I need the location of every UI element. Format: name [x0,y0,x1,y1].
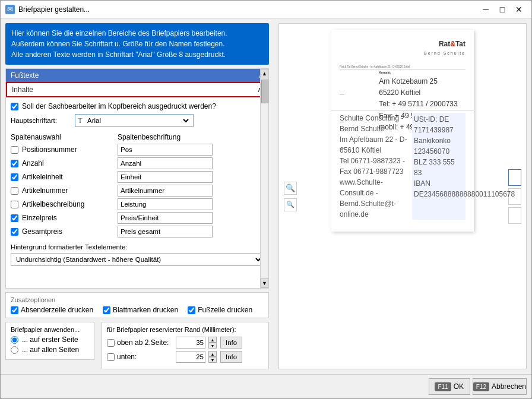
cancel-label: Abbrechen [492,382,526,391]
column-row-5: Einzelpreis [11,212,264,224]
kontakt-title: Kontakt: [379,70,466,75]
page-thumb-1[interactable] [508,169,521,186]
preview-page: Rat&Tat Bernd Schulte Rat & Tat Bernd Sc… [331,30,474,232]
inhalte-section-header[interactable]: Inhalte ∧ [6,82,268,97]
column-label-3: Artikelnummer [22,186,68,195]
main-window: ✉ Briefpapier gestalten... ─ □ ✕ Hier kö… [0,0,532,399]
footer-left-2: Im Apfelbaum 22 - D-65610 Köftiel [340,134,412,156]
zoom-out-tool[interactable]: 🔍 [284,198,297,211]
spaltenauswahl-label: Spaltenauswahl [11,133,61,141]
footer-left: Schulte Consulting - Bernd Schulte Im Ap… [340,113,412,220]
kontakt-line-3: Tel: + 49 5711 / 2000733 [379,99,466,110]
zusatzoptionen-title: Zusatzoptionen [11,296,264,303]
column-input-5[interactable] [118,212,213,224]
maximize-button[interactable]: □ [495,4,510,15]
rand-oben-input[interactable] [176,337,205,349]
rand-unten-checkbox[interactable] [107,353,115,361]
fusszeile-check-row: Fußzeile drucken [188,306,252,314]
column-check-2[interactable] [11,173,18,181]
column-label-5: Einzelpreis [22,214,57,222]
font-select-input[interactable]: Arial [85,115,191,126]
cancel-button[interactable]: F12 Abbrechen [473,378,527,395]
briefpapier-rand-row: Briefpapier anwenden... ... auf erster S… [5,322,269,369]
fusszeile-label: Fußzeile drucken [198,306,252,314]
rand-unten-label: unten: [117,353,137,361]
rand-oben-up[interactable]: ▲ [208,337,217,343]
rand-unten-input[interactable] [176,351,205,363]
rand-row-unten: unten: ▲ ▼ Info [107,351,264,363]
briefpapier-radio-all[interactable] [11,346,18,354]
footer-right: USt-ID: DE 7171439987 Bankikonko 1234560… [412,113,466,220]
column-check-0[interactable] [11,146,18,154]
minimize-button[interactable]: ─ [478,4,493,15]
column-input-4[interactable] [118,198,213,210]
info-line2: Außerdem können Sie Schriftart u. Größe … [11,39,263,49]
column-input-0[interactable] [118,144,213,156]
rand-oben-spinner: ▲ ▼ [208,337,217,349]
rand-unten-up[interactable]: ▲ [208,351,217,357]
scroll-up-button[interactable]: ▲ [261,69,269,78]
rand-oben-info-button[interactable]: Info [220,337,242,349]
hintergrund-label: Hintergrund formatierter Textelemente: [11,243,264,251]
cancel-key: F12 [473,382,489,391]
footer-right-2: Bankikonko 123456070 BLZ 333 555 83 [414,135,464,178]
right-panel: 🔍 🔍 Rat&Tat Bernd Schu [274,18,531,374]
rand-oben-down[interactable]: ▼ [208,343,217,349]
fusstexte-section-header[interactable]: Fußtexte ∧ [6,69,268,82]
column-row-1: Anzahl [11,157,264,169]
briefpapier-label-first: ... auf erster Seite [22,335,78,344]
scroll-thumb[interactable] [261,80,268,103]
briefpapier-radio-first[interactable] [11,336,18,344]
column-check-4[interactable] [11,201,18,208]
rand-title: für Briefpapier reservierter Rand (Milli… [107,326,264,333]
absender-checkbox[interactable] [11,306,18,314]
column-input-1[interactable] [118,157,213,169]
rand-unten-info-button[interactable]: Info [220,351,242,363]
sachbearbeiter-checkbox[interactable] [11,103,18,110]
blattmarken-checkbox[interactable] [103,306,110,314]
logo-rat: Rat [439,40,450,48]
scroll-down-button[interactable]: ▼ [261,278,269,288]
window-icon: ✉ [5,5,15,14]
column-input-2[interactable] [118,171,213,183]
hintergrund-select[interactable]: Undurchsichtig (Standardwert - höhere Qu… [11,253,264,266]
column-input-3[interactable] [118,185,213,197]
column-check-5[interactable] [11,214,18,222]
kontakt-line-2: 65220 Köftiel [379,87,466,99]
fusszeile-checkbox[interactable] [188,306,195,314]
column-check-6[interactable] [11,228,18,236]
ok-key: F11 [435,382,451,391]
scrollbar: ▲ ▼ [260,69,268,288]
zoom-in-tool[interactable]: 🔍 [284,182,297,195]
spalten-section: Spaltenauswahl Spaltenbeschriftung Posit… [11,133,264,238]
footer-right-1: USt-ID: DE 7171439987 [414,114,464,135]
sachbearbeiter-label: Soll der Sachbearbeiter im Kopfbereich a… [22,102,216,110]
briefpapier-label-all: ... auf allen Seiten [22,346,79,354]
column-input-6[interactable] [118,226,213,238]
title-bar: ✉ Briefpapier gestalten... ─ □ ✕ [1,1,531,18]
column-row-3: Artikelnummer [11,185,264,197]
column-check-1[interactable] [11,160,18,167]
info-line3: Alle anderen Texte werden in Schriftart … [11,49,263,60]
ok-button[interactable]: F11 OK [429,378,470,395]
column-label-1: Anzahl [22,159,44,167]
fusstexte-label: Fußtexte [11,71,39,80]
rand-unten-down[interactable]: ▼ [208,357,217,363]
absender-check-row: Absenderzeile drucken [11,306,93,314]
column-row-4: Artikelbeschreibung [11,198,264,210]
close-button[interactable]: ✕ [511,4,527,15]
preview-dash-1 [340,94,344,94]
briefpapier-radio-2: ... auf allen Seiten [11,346,89,354]
column-row-6: Gesamtpreis [11,226,264,238]
info-box: Hier können Sie die einzelnen Bereiche d… [5,23,269,65]
preview-area: 🔍 🔍 Rat&Tat Bernd Schu [278,23,527,369]
footer-left-3: Tel 06771-9887323 - Fax 06771-9887723 [340,156,412,177]
page-thumb-3[interactable] [508,207,521,224]
blattmarken-check-row: Blattmarken drucken [103,306,178,314]
column-row-2: Artikeleinheit [11,171,264,183]
rand-oben-checkbox[interactable] [107,339,115,347]
footer-left-4: www.Schulte-Consult.de - Bernd.Schulte@t… [340,177,412,220]
preview-address-line: Rat & Tat Bernd Schulte · Im Apfelbaum 2… [340,65,466,69]
column-check-3[interactable] [11,187,18,195]
rand-unten-spinner: ▲ ▼ [208,351,217,363]
